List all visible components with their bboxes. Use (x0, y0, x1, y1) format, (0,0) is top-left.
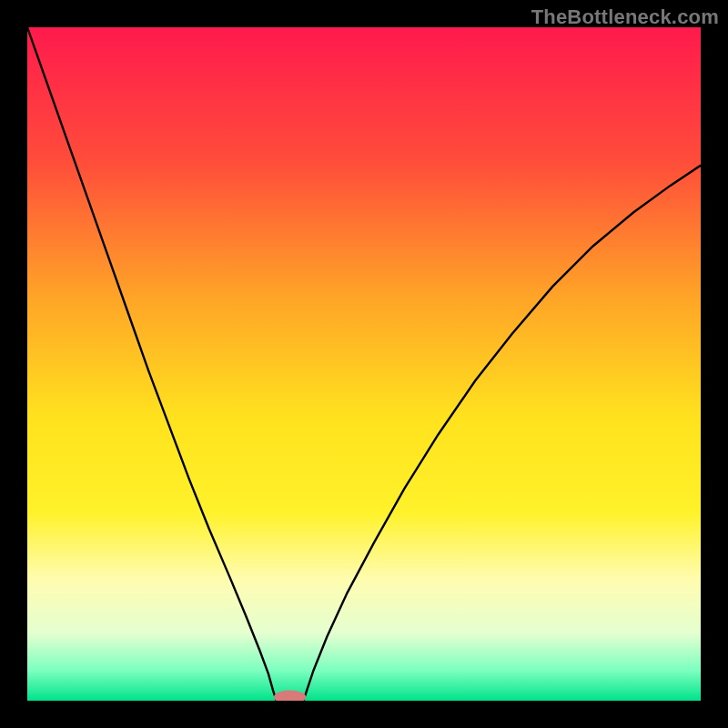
chart-background (27, 27, 701, 701)
bottleneck-chart (27, 27, 701, 701)
watermark-text: TheBottleneck.com (531, 5, 719, 29)
chart-frame (27, 27, 701, 701)
